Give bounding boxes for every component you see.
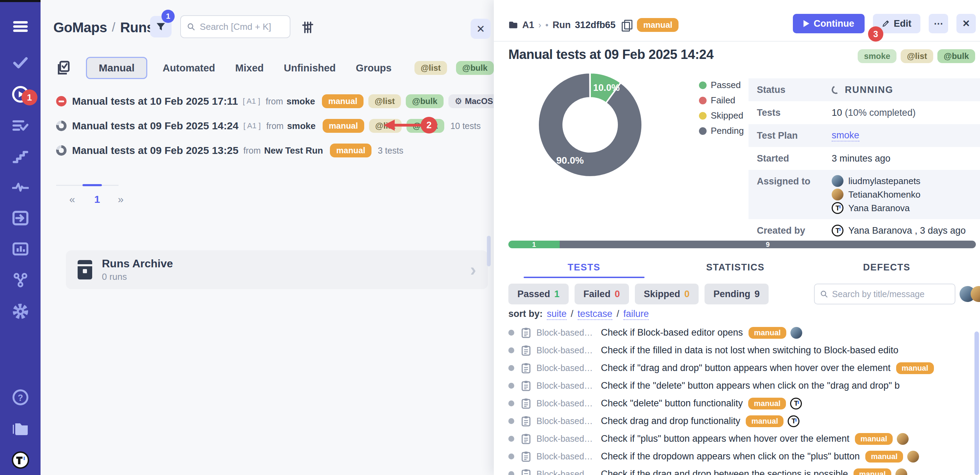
more-button[interactable]: ⋯ — [929, 14, 948, 33]
imports-icon[interactable] — [0, 210, 41, 226]
tab-unfinished[interactable]: Unfinished — [284, 62, 336, 74]
detail-tabs: TESTS STATISTICS DEFECTS — [508, 257, 963, 277]
test-row[interactable]: Block-based… Check if Block-based editor… — [505, 324, 974, 341]
runs-search[interactable] — [180, 15, 290, 38]
run-status-stopped-icon — [56, 96, 67, 107]
test-title[interactable]: Check if the "delete" button appears whe… — [601, 380, 900, 391]
run-title[interactable]: Manual tests at 10 Feb 2025 17:11 — [72, 96, 238, 107]
filter-failed[interactable]: Failed0 — [574, 284, 629, 304]
reports-icon[interactable] — [0, 241, 41, 257]
runs-list-panel: GoMaps / Runs Manual Automated Mixed Unf… — [41, 0, 494, 475]
tag-filter-bulk[interactable]: @bulk — [456, 61, 494, 75]
filter-skipped[interactable]: Skipped0 — [635, 284, 698, 304]
test-cases-icon[interactable] — [0, 54, 41, 71]
assignee-avatar — [788, 415, 799, 427]
tab-groups[interactable]: Groups — [356, 62, 391, 74]
tests-scrollbar[interactable] — [974, 332, 979, 475]
tag-bulk[interactable]: @bulk — [937, 49, 975, 63]
settings-gear-icon[interactable] — [0, 303, 41, 320]
search-icon — [187, 22, 195, 31]
sort-by-suite[interactable]: suite — [547, 309, 566, 320]
activity-icon[interactable] — [0, 179, 41, 196]
test-row[interactable]: Block-based… Check if the filled in data… — [505, 341, 974, 359]
test-row[interactable]: Block-based… Check "delete" button funct… — [505, 395, 974, 412]
continue-button[interactable]: Continue — [793, 14, 865, 33]
run-row[interactable]: Manual tests at 10 Feb 2025 17:11 [ A1 ]… — [56, 91, 484, 112]
tests-search-input[interactable] — [832, 289, 949, 299]
pagination-prev[interactable]: « — [69, 193, 75, 205]
copy-icon[interactable] — [622, 20, 631, 30]
test-row[interactable]: Block-based… Check if the "delete" butto… — [505, 377, 974, 395]
assignee[interactable]: TetianaKhomenko — [832, 189, 920, 201]
assignees: liudmylastepanetsTetianaKhomenkoYana Bar… — [832, 173, 920, 216]
test-plan-link[interactable]: smoke — [832, 130, 859, 142]
run-title[interactable]: Manual tests at 09 Feb 2025 13:25 — [72, 145, 239, 156]
test-title[interactable]: Check if Block-based editor opens — [601, 327, 743, 338]
status-dot-icon — [508, 454, 514, 459]
legend-label: Skipped — [711, 110, 743, 121]
menu-icon[interactable] — [0, 18, 41, 35]
sort-by-testcase[interactable]: testcase — [578, 309, 612, 320]
assignee[interactable]: liudmylastepanets — [832, 175, 920, 187]
spinner-icon — [830, 84, 842, 96]
breadcrumb-separator: › — [539, 20, 541, 30]
status-dot-icon — [508, 418, 514, 424]
test-title[interactable]: Check drag and drop functionality — [601, 416, 740, 426]
pagination-next[interactable]: » — [118, 193, 124, 205]
tag-smoke[interactable]: smoke — [858, 49, 896, 63]
tab-mixed[interactable]: Mixed — [235, 62, 264, 74]
project-name[interactable]: GoMaps — [53, 20, 107, 35]
left-panel-scrollbar[interactable] — [487, 236, 491, 266]
projects-folder-icon[interactable] — [0, 420, 41, 437]
sort-by-failure[interactable]: failure — [624, 309, 649, 320]
runs-search-input[interactable] — [200, 21, 283, 32]
assignee-avatar-group[interactable] — [959, 286, 980, 302]
testcase-icon — [521, 380, 531, 391]
tag-list[interactable]: @list — [900, 49, 933, 63]
suite-name: Block-based… — [536, 363, 601, 373]
help-icon[interactable]: ? — [0, 389, 41, 406]
results-progress-bar: 1 9 — [508, 241, 976, 248]
header-divider — [494, 41, 980, 41]
breadcrumb-folder[interactable]: A1 — [522, 20, 535, 30]
chevron-right-icon[interactable]: › — [470, 259, 476, 280]
assignee[interactable]: Yana Baranova — [832, 202, 920, 214]
run-row[interactable]: Manual tests at 09 Feb 2025 13:25 from N… — [56, 140, 484, 161]
pagination-page-1[interactable]: 1 — [94, 193, 100, 205]
tab-automated[interactable]: Automated — [162, 62, 215, 74]
tab-tests[interactable]: TESTS — [508, 257, 660, 277]
status-filter-row: Passed1 Failed0 Skipped0 Pending9 — [508, 284, 980, 304]
tab-manual[interactable]: Manual — [86, 57, 147, 79]
filter-pending[interactable]: Pending9 — [705, 284, 769, 304]
tag-filter-list[interactable]: @list — [414, 61, 447, 75]
test-title[interactable]: Check if "plus" button appears when hove… — [601, 434, 850, 444]
test-plans-icon[interactable] — [0, 117, 41, 134]
test-title[interactable]: Check if the drag and drop between the s… — [601, 469, 848, 475]
filter-passed[interactable]: Passed1 — [508, 284, 569, 304]
breadcrumb-separator: / — [112, 20, 115, 35]
test-title[interactable]: Check if "drag and drop" button appears … — [601, 363, 891, 373]
test-title[interactable]: Check if the filled in data is not lost … — [601, 345, 898, 356]
assignee-name: Yana Baranova — [848, 203, 910, 214]
test-row[interactable]: Block-based… Check if the dropdown appea… — [505, 448, 974, 465]
test-row[interactable]: Block-based… Check if "plus" button appe… — [505, 430, 974, 448]
close-detail-button[interactable]: ✕ — [956, 14, 976, 33]
panel-close-button[interactable]: ✕ — [471, 19, 491, 39]
suite-name: Block-based… — [536, 381, 601, 391]
view-settings-button[interactable] — [300, 19, 316, 35]
tab-statistics[interactable]: STATISTICS — [660, 257, 811, 277]
tests-search[interactable] — [814, 284, 955, 304]
assignee-avatar — [907, 451, 919, 462]
tab-defects[interactable]: DEFECTS — [811, 257, 963, 277]
select-all-icon[interactable] — [56, 61, 70, 76]
workspace-logo[interactable] — [0, 452, 41, 469]
runs-archive-card[interactable]: Runs Archive 0 runs › — [66, 250, 488, 289]
test-title[interactable]: Check if the dropdown appears when click… — [601, 451, 860, 462]
test-row[interactable]: Block-based… Check if the drag and drop … — [505, 465, 974, 475]
test-title[interactable]: Check "delete" button functionality — [601, 398, 743, 409]
integrations-icon[interactable] — [0, 272, 41, 289]
run-title[interactable]: Manual tests at 09 Feb 2025 14:24 — [72, 120, 239, 132]
test-row[interactable]: Block-based… Check drag and drop functio… — [505, 412, 974, 430]
milestones-icon[interactable] — [0, 148, 41, 165]
test-row[interactable]: Block-based… Check if "drag and drop" bu… — [505, 359, 974, 377]
